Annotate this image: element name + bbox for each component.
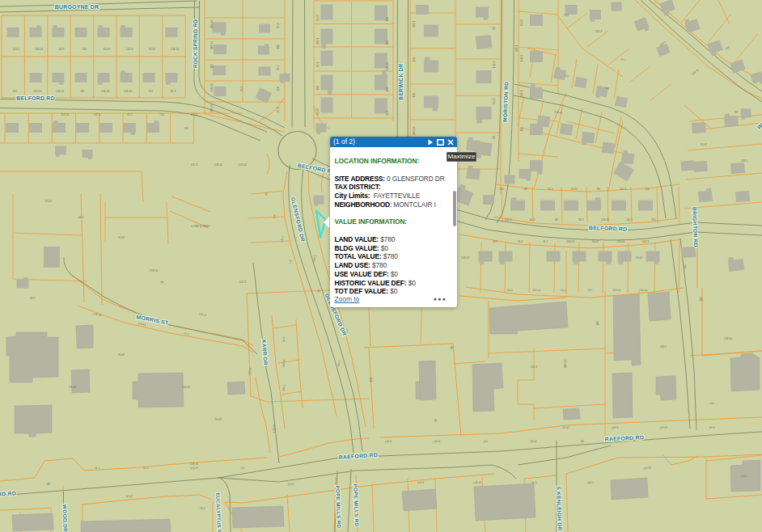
svg-text:142.3: 142.3: [493, 61, 496, 69]
svg-text:WOOD DR: WOOD DR: [61, 505, 68, 532]
svg-text:118.24: 118.24: [210, 41, 214, 49]
svg-text:64.9: 64.9: [507, 289, 513, 293]
svg-text:110: 110: [159, 113, 164, 116]
svg-text:203.1: 203.1: [741, 159, 748, 163]
svg-text:128.45: 128.45: [386, 62, 389, 70]
svg-text:95.67: 95.67: [563, 426, 570, 429]
svg-text:142.3: 142.3: [505, 218, 512, 222]
svg-text:203.1: 203.1: [587, 481, 595, 485]
svg-text:88: 88: [493, 136, 496, 139]
svg-text:88: 88: [451, 346, 454, 349]
svg-text:88: 88: [555, 218, 558, 222]
svg-text:88: 88: [734, 111, 738, 114]
svg-text:150: 150: [587, 289, 592, 292]
svg-text:128.45: 128.45: [124, 90, 132, 93]
svg-text:118.24: 118.24: [413, 127, 416, 135]
svg-text:95.67: 95.67: [149, 48, 156, 51]
svg-text:88: 88: [493, 27, 496, 30]
svg-text:76.2: 76.2: [316, 62, 320, 68]
svg-text:110: 110: [645, 188, 650, 191]
svg-text:95.67: 95.67: [215, 418, 222, 421]
svg-text:BURGOYNE DR: BURGOYNE DR: [55, 4, 99, 10]
svg-text:150: 150: [651, 218, 656, 222]
svg-text:118.24: 118.24: [35, 48, 43, 51]
svg-text:150: 150: [12, 90, 17, 93]
svg-text:BERWICK DR: BERWICK DR: [398, 63, 404, 99]
svg-text:128.45: 128.45: [724, 337, 732, 340]
svg-text:142.3: 142.3: [620, 188, 627, 191]
svg-text:110: 110: [240, 467, 245, 470]
svg-text:76.2: 76.2: [240, 87, 243, 92]
svg-text:76.2: 76.2: [548, 188, 553, 191]
svg-text:76.2: 76.2: [518, 240, 523, 243]
svg-text:76.2: 76.2: [531, 481, 536, 485]
svg-text:110: 110: [499, 188, 504, 191]
svg-text:118.24: 118.24: [210, 104, 214, 112]
svg-text:203.1: 203.1: [520, 91, 523, 98]
svg-text:142.3: 142.3: [126, 48, 133, 51]
svg-text:110: 110: [709, 402, 714, 405]
svg-text:64.9: 64.9: [59, 48, 65, 51]
svg-text:76.2: 76.2: [94, 467, 99, 471]
svg-text:150: 150: [277, 87, 280, 91]
svg-text:118.24: 118.24: [33, 90, 41, 93]
svg-text:150: 150: [148, 90, 153, 93]
svg-text:LONE STREET: LONE STREET: [191, 225, 210, 228]
svg-text:150: 150: [386, 40, 389, 45]
svg-text:95.67: 95.67: [45, 200, 53, 203]
svg-text:218.56: 218.56: [150, 269, 158, 272]
svg-text:150: 150: [386, 87, 389, 92]
svg-text:203.1: 203.1: [741, 475, 748, 478]
svg-text:118.24: 118.24: [61, 113, 69, 116]
svg-text:118.24: 118.24: [564, 360, 567, 368]
svg-text:142.3: 142.3: [531, 365, 538, 369]
svg-text:95.67: 95.67: [118, 353, 125, 357]
svg-text:95.67: 95.67: [636, 256, 643, 260]
svg-text:142.3: 142.3: [191, 113, 198, 116]
svg-text:88: 88: [81, 90, 84, 93]
svg-text:76.2: 76.2: [386, 111, 389, 116]
svg-text:142.3: 142.3: [434, 440, 441, 443]
svg-text:95.67: 95.67: [571, 188, 578, 191]
svg-text:95.67: 95.67: [520, 19, 523, 27]
svg-text:142.3: 142.3: [560, 289, 567, 293]
svg-text:203.1: 203.1: [660, 345, 667, 348]
svg-text:95.67: 95.67: [316, 108, 320, 116]
svg-text:128.45: 128.45: [56, 90, 64, 93]
svg-text:88: 88: [47, 483, 50, 486]
svg-text:118.24: 118.24: [616, 240, 624, 243]
svg-text:142.3: 142.3: [520, 55, 523, 62]
svg-text:64.9: 64.9: [171, 90, 176, 93]
svg-text:95.67: 95.67: [493, 98, 496, 105]
svg-text:110: 110: [210, 64, 214, 69]
svg-text:128.45: 128.45: [239, 163, 247, 167]
svg-text:203.1: 203.1: [13, 48, 20, 51]
svg-text:76.2: 76.2: [277, 23, 280, 29]
svg-text:203.1: 203.1: [515, 45, 519, 53]
svg-text:142.3: 142.3: [595, 30, 603, 33]
svg-text:88: 88: [524, 188, 527, 191]
svg-text:150: 150: [386, 17, 389, 22]
svg-text:95.67: 95.67: [316, 15, 320, 22]
svg-text:118.24: 118.24: [659, 426, 667, 430]
svg-text:150: 150: [413, 57, 416, 62]
svg-text:118.24: 118.24: [210, 20, 214, 28]
svg-text:203.1: 203.1: [316, 38, 320, 45]
svg-text:95.67: 95.67: [592, 240, 599, 243]
svg-text:128.45: 128.45: [601, 218, 609, 222]
svg-text:128.45: 128.45: [182, 386, 190, 389]
svg-text:128.45: 128.45: [210, 83, 214, 91]
svg-text:95.67: 95.67: [531, 440, 538, 443]
svg-text:142.3: 142.3: [385, 440, 392, 443]
svg-text:ROCK SPRING RD: ROCK SPRING RD: [193, 19, 198, 69]
svg-text:110: 110: [564, 14, 569, 17]
svg-text:110: 110: [596, 321, 599, 326]
svg-text:110: 110: [82, 48, 87, 51]
svg-text:128.45: 128.45: [190, 462, 198, 466]
svg-text:142.3: 142.3: [94, 113, 101, 116]
svg-text:150: 150: [413, 93, 416, 98]
svg-text:142.3: 142.3: [239, 281, 247, 284]
svg-text:142.3: 142.3: [612, 426, 619, 429]
svg-text:64.9: 64.9: [78, 216, 84, 219]
svg-text:203.1: 203.1: [413, 21, 416, 28]
